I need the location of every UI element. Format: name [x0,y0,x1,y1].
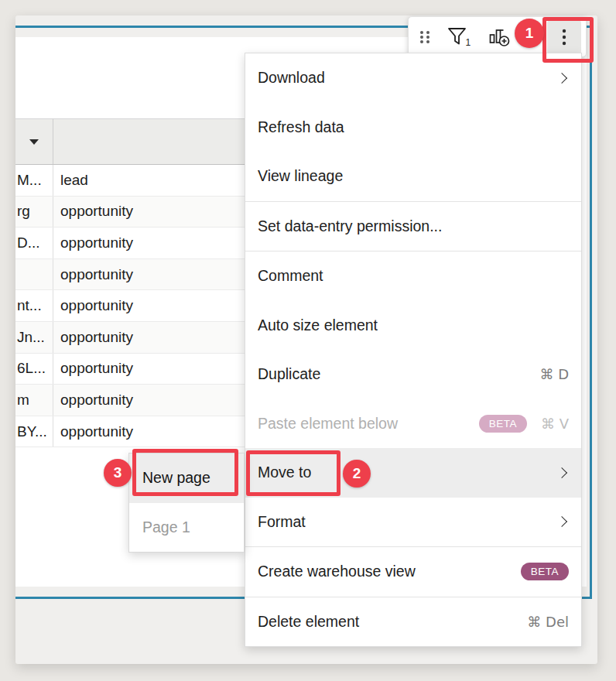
submenu-item-label: New page [142,469,210,487]
chevron-right-icon [556,73,567,84]
drag-handle[interactable] [419,29,431,45]
menu-item-refresh-data[interactable]: Refresh data [245,103,581,152]
menu-item-label: Paste element below [258,415,398,433]
filter-icon: 1 [447,26,471,48]
table-cell[interactable]: M... [15,165,53,196]
beta-badge: BETA [479,415,527,433]
table-cell[interactable]: Jn... [15,322,53,353]
shortcut-label: ⌘ V [541,416,569,432]
menu-item-label: Duplicate [258,365,320,383]
table-cell[interactable]: BY... [15,416,53,447]
menu-item-label: Comment [258,267,323,285]
menu-item-download[interactable]: Download [245,53,581,103]
table-cell[interactable]: nt... [15,290,53,321]
menu-item-duplicate[interactable]: Duplicate ⌘ D [245,350,581,399]
menu-item-label: Auto size element [258,317,378,334]
menu-item-move-to[interactable]: Move to [245,448,581,498]
menu-item-view-lineage[interactable]: View lineage [245,152,581,201]
menu-item-paste-element-below: Paste element below BETA ⌘ V [245,399,581,449]
filter-count: 1 [466,37,471,48]
drag-handle-icon [419,29,431,45]
more-options-button[interactable] [547,20,581,54]
menu-item-label: Set data-entry permission... [258,217,442,235]
move-to-submenu: New page Page 1 [128,453,245,553]
element-toolbar: 1 [408,16,587,57]
add-child-chart-button[interactable] [488,26,511,47]
menu-item-format[interactable]: Format [245,498,581,547]
menu-item-label: View lineage [258,167,343,185]
submenu-item-page-1: Page 1 [129,503,244,553]
menu-item-comment[interactable]: Comment [245,252,581,301]
element-context-menu: Download Refresh data View lineage Set d… [245,53,582,647]
menu-item-label: Delete element [258,613,359,631]
shortcut-label: ⌘ D [539,366,569,382]
submenu-item-label: Page 1 [142,518,190,536]
menu-item-set-data-entry-permission[interactable]: Set data-entry permission... [245,202,581,252]
menu-item-label: Create warehouse view [258,563,416,580]
table-cell[interactable]: D... [15,228,53,258]
table-cell[interactable]: rg [15,197,53,228]
menu-item-auto-size-element[interactable]: Auto size element [245,301,581,351]
shortcut-label: ⌘ Del [527,614,569,630]
table-cell[interactable]: m [15,385,53,416]
menu-item-label: Refresh data [258,118,344,136]
menu-item-label: Move to [258,464,311,481]
table-cell[interactable]: 6L... [15,354,53,385]
submenu-item-new-page[interactable]: New page [129,453,244,503]
column-menu-caret-icon [29,139,39,145]
filter-button[interactable]: 1 [447,26,471,48]
menu-item-create-warehouse-view[interactable]: Create warehouse view BETA [245,547,581,597]
menu-item-label: Format [258,513,306,531]
column-header-first[interactable] [15,119,53,164]
menu-item-label: Download [258,69,325,87]
chevron-right-icon [556,467,567,478]
beta-badge: BETA [521,563,569,580]
table-cell[interactable] [15,259,53,290]
add-child-chart-icon [488,26,511,47]
more-options-icon [562,28,566,46]
chevron-right-icon [556,516,567,527]
menu-item-delete-element[interactable]: Delete element ⌘ Del [245,597,581,647]
screenshot-stage: Lifecycle Stage M... lead rg opportunity… [0,0,616,681]
